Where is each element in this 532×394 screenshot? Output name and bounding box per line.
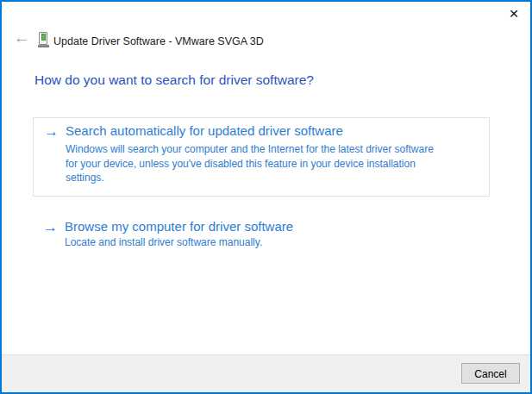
option-browse-computer[interactable]: → Browse my computer for driver software…	[33, 212, 490, 266]
driver-device-icon-indicator	[41, 34, 46, 41]
driver-device-icon	[38, 32, 49, 48]
option-search-automatically-description: Windows will search your computer and th…	[66, 142, 486, 185]
option-search-automatically-title: Search automatically for updated driver …	[66, 123, 343, 138]
driver-device-icon-base	[38, 45, 49, 47]
back-icon[interactable]: ←	[10, 28, 33, 49]
option-browse-computer-description: Locate and install driver software manua…	[65, 235, 485, 250]
update-driver-wizard-window: × ← Update Driver Software - VMware SVGA…	[0, 0, 532, 394]
cancel-button[interactable]: Cancel	[461, 363, 520, 384]
option-browse-computer-title: Browse my computer for driver software	[65, 219, 293, 234]
footer-bar: Cancel	[2, 354, 530, 392]
arrow-right-icon: →	[44, 123, 59, 141]
option-search-automatically[interactable]: → Search automatically for updated drive…	[33, 117, 490, 197]
close-icon[interactable]: ×	[501, 3, 527, 26]
wizard-title: Update Driver Software - VMware SVGA 3D	[53, 35, 264, 47]
arrow-right-icon: →	[43, 219, 58, 236]
page-heading: How do you want to search for driver sof…	[34, 72, 314, 88]
